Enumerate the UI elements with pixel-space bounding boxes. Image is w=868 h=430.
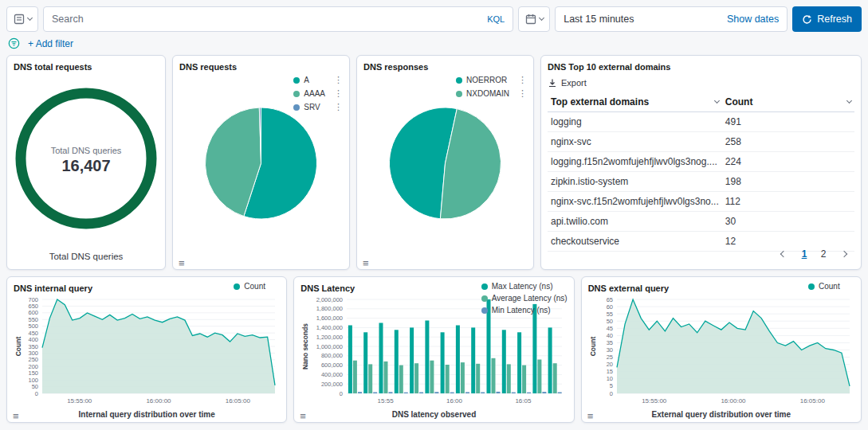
legend-label: Min Latency (ns)	[492, 306, 551, 315]
pagination-pages: 12	[795, 245, 832, 263]
time-range-value[interactable]: Last 15 minutes	[564, 14, 634, 25]
svg-text:500: 500	[28, 322, 38, 330]
export-link[interactable]: Export	[548, 78, 854, 88]
legend-color-dot	[293, 91, 300, 97]
legend-options-icon[interactable]: ⋮	[329, 75, 343, 85]
panel-dns-requests: DNS requests A⋮AAAA⋮SRV⋮ ≡	[172, 55, 350, 270]
export-label: Export	[561, 78, 587, 88]
legend-item[interactable]: NOERROR⋮	[456, 75, 527, 85]
svg-text:600: 600	[28, 309, 38, 316]
kql-syntax-selector[interactable]: KQL	[487, 14, 505, 24]
legend-toggle-icon[interactable]: ≡	[587, 411, 594, 421]
pagination: 12	[775, 245, 853, 263]
legend-color-dot	[481, 283, 488, 290]
page-button[interactable]: 1	[795, 245, 813, 263]
domain-cell: zipkin.istio-system	[548, 172, 722, 192]
domain-cell: checkoutservice	[548, 232, 722, 252]
domains-table: Top external domains Count logging491ngi…	[548, 92, 854, 252]
svg-text:16:00: 16:00	[446, 397, 463, 405]
panel-title: DNS responses	[363, 62, 527, 72]
table-row[interactable]: zipkin.istio-system198	[548, 172, 854, 192]
legend-item[interactable]: A⋮	[293, 75, 343, 85]
legend-item[interactable]: Min Latency (ns)	[481, 306, 568, 315]
gauge-center-text: Total DNS queries 16,407	[7, 146, 165, 175]
legend: A⋮AAAA⋮SRV⋮	[293, 75, 343, 112]
time-range-picker[interactable]: Last 15 minutes Show dates	[555, 6, 787, 32]
svg-text:16:05: 16:05	[516, 397, 532, 405]
legend-item[interactable]: AAAA⋮	[293, 88, 343, 99]
table-row[interactable]: api.twilio.com30	[548, 212, 854, 232]
svg-text:15:55:00: 15:55:00	[67, 397, 92, 405]
legend-label: Max Latency (ns)	[492, 282, 553, 291]
svg-text:450: 450	[28, 330, 38, 337]
legend-label: Count	[244, 282, 265, 291]
svg-text:250: 250	[28, 356, 38, 363]
svg-text:30: 30	[606, 346, 612, 354]
internal-query-chart[interactable]: 0501001502002503003504004505005506006507…	[14, 295, 280, 406]
legend-item[interactable]: Average Latency (ns)	[481, 294, 568, 303]
legend-toggle-icon[interactable]: ≡	[13, 411, 19, 421]
legend-options-icon[interactable]: ⋮	[513, 75, 527, 85]
legend-item[interactable]: NXDOMAIN⋮	[456, 88, 527, 99]
legend-color-dot	[234, 283, 240, 290]
svg-text:200: 200	[28, 363, 38, 370]
column-header-count[interactable]: Count	[722, 92, 854, 112]
legend-item[interactable]: Count	[808, 282, 854, 291]
calendar-button[interactable]	[518, 6, 550, 32]
panel-dns-internal-query: DNS internal query Count 050100150200250…	[6, 276, 287, 423]
svg-text:550: 550	[28, 316, 38, 323]
gauge-value: 16,407	[7, 157, 165, 175]
svg-text:0: 0	[340, 390, 343, 397]
svg-text:60: 60	[606, 303, 612, 311]
table-row[interactable]: logging491	[548, 112, 854, 132]
legend-item[interactable]: SRV⋮	[293, 102, 343, 112]
legend-toggle-icon[interactable]: ≡	[300, 411, 306, 421]
add-filter-link[interactable]: + Add filter	[28, 38, 73, 49]
prev-page-button[interactable]	[775, 245, 792, 263]
svg-text:5: 5	[609, 382, 612, 389]
table-row[interactable]: nginx-svc258	[548, 132, 854, 152]
svg-text:40: 40	[606, 332, 612, 339]
legend-toggle-icon[interactable]: ≡	[363, 258, 369, 268]
panel-top-external-domains: DNS Top 10 external domains Export Top e…	[540, 55, 862, 270]
count-cell: 224	[722, 152, 854, 172]
svg-text:35: 35	[606, 339, 612, 346]
dashboard-row-1: DNS total requests Total DNS queries 16,…	[6, 55, 862, 270]
panel-title: DNS requests	[179, 62, 343, 72]
svg-text:55: 55	[606, 311, 612, 318]
refresh-button[interactable]: Refresh	[792, 6, 862, 32]
legend-options-icon[interactable]: ⋮	[329, 88, 343, 99]
domain-cell: logging.f15n2womfujehfjlwv0lgs3nog....	[548, 152, 722, 172]
svg-text:150: 150	[28, 369, 38, 377]
legend-item[interactable]: Max Latency (ns)	[481, 282, 568, 291]
svg-text:800,000: 800,000	[321, 352, 343, 359]
legend-toggle-icon[interactable]: ≡	[179, 258, 185, 268]
show-dates-link[interactable]: Show dates	[727, 14, 779, 25]
table-row[interactable]: logging.f15n2womfujehfjlwv0lgs3nog....22…	[548, 152, 854, 172]
domain-cell: nginx-svc	[548, 132, 722, 152]
filter-set-icon[interactable]	[8, 37, 20, 49]
next-page-button[interactable]	[835, 245, 853, 263]
table-row[interactable]: nginx-svc.f15n2womfujehfjlwv0lgs3no...11…	[548, 192, 854, 212]
legend-color-dot	[481, 295, 488, 302]
legend-item[interactable]: Count	[234, 282, 280, 291]
column-header-domains[interactable]: Top external domains	[548, 92, 722, 112]
panel-dns-external-query: DNS external query Count 051015202530354…	[581, 276, 862, 423]
legend-label: NXDOMAIN	[466, 89, 509, 98]
page-button[interactable]: 2	[815, 245, 832, 263]
svg-text:350: 350	[28, 343, 38, 350]
legend-label: Average Latency (ns)	[492, 294, 568, 303]
svg-text:700: 700	[28, 296, 38, 303]
search-input[interactable]	[52, 14, 481, 25]
legend-options-icon[interactable]: ⋮	[513, 88, 527, 99]
saved-query-menu-button[interactable]	[6, 6, 38, 32]
legend-label: AAAA	[304, 89, 325, 98]
external-query-chart[interactable]: 0510152025303540455055606515:55:0016:00:…	[588, 295, 854, 406]
chevron-down-icon	[26, 15, 32, 21]
dns-responses-pie[interactable]	[363, 73, 527, 253]
svg-text:650: 650	[28, 303, 38, 310]
panel-dns-total-requests: DNS total requests Total DNS queries 16,…	[6, 55, 166, 270]
legend-color-dot	[456, 91, 462, 97]
legend-options-icon[interactable]: ⋮	[329, 102, 343, 112]
legend: Max Latency (ns)Average Latency (ns)Min …	[481, 282, 568, 315]
